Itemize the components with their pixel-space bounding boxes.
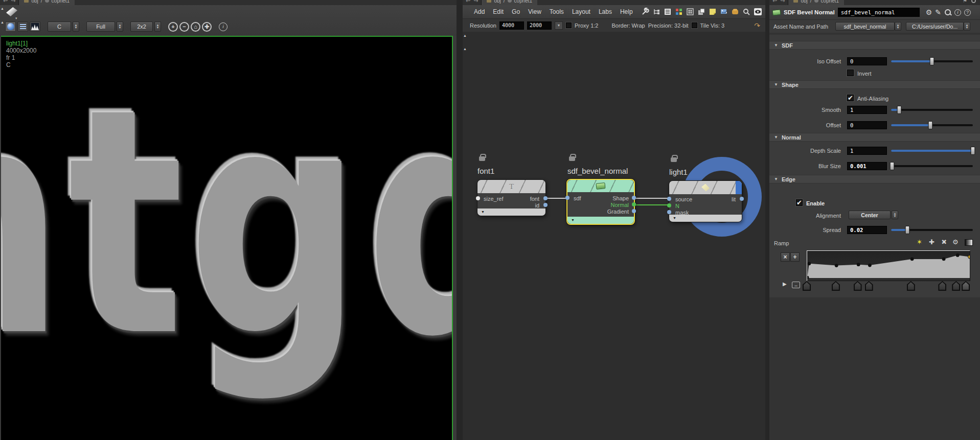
ramp-key-marker[interactable] xyxy=(832,281,840,291)
ramp-key-marker[interactable] xyxy=(938,281,946,291)
back-arrow-icon[interactable]: ↩ xyxy=(772,0,777,4)
list-view-icon[interactable] xyxy=(664,8,672,16)
node-expand-icon[interactable]: ▼ xyxy=(673,216,676,220)
output-port-dot[interactable] xyxy=(632,196,636,200)
node-footer[interactable]: ▼ xyxy=(477,209,545,216)
pane-stow-icon[interactable]: ▲ xyxy=(1,20,4,24)
node-title[interactable]: font1 xyxy=(477,167,494,175)
output-port-dot[interactable] xyxy=(740,197,744,201)
sticky-note-icon[interactable] xyxy=(709,8,717,16)
resolution-select[interactable]: Full xyxy=(86,21,115,32)
output-port-label[interactable]: font xyxy=(530,196,539,202)
output-port-label[interactable]: Shape xyxy=(612,195,629,201)
input-port-dot[interactable] xyxy=(667,197,671,201)
iso-offset-slider[interactable] xyxy=(891,60,973,62)
input-port-dot[interactable] xyxy=(667,203,671,207)
ramp-gear-icon[interactable]: ⚙ xyxy=(952,238,959,246)
smooth-field[interactable]: 1 xyxy=(847,106,887,114)
pane-stow-icon[interactable]: ▲ xyxy=(463,47,467,51)
output-port-label[interactable]: Normal xyxy=(611,202,629,208)
output-port-dot[interactable] xyxy=(543,196,548,200)
path-node[interactable]: copnet1 xyxy=(821,0,839,4)
home-view-button[interactable]: ⌂ xyxy=(191,22,200,32)
channels-toggle-button[interactable] xyxy=(17,21,28,32)
zoom-in-button[interactable]: + xyxy=(168,22,178,32)
back-arrow-icon[interactable]: ↩ xyxy=(3,0,8,4)
ramp-key-marker[interactable] xyxy=(952,281,960,291)
resolution-select-spinner[interactable]: ▲▼ xyxy=(117,21,123,32)
background-image-icon[interactable] xyxy=(720,8,728,16)
path-context[interactable]: obj xyxy=(801,0,807,4)
spread-slider[interactable] xyxy=(891,229,973,231)
output-port-dot[interactable] xyxy=(632,209,636,213)
input-port-dot[interactable] xyxy=(476,196,480,200)
alignment-select[interactable]: Center xyxy=(849,211,891,219)
ramp-key-marker[interactable] xyxy=(907,281,915,291)
pane-stow-icon[interactable]: ▲ xyxy=(1,7,4,10)
output-port-label[interactable]: Gradient xyxy=(607,209,629,215)
ramp-gradient-preview-icon[interactable] xyxy=(965,239,973,246)
node-header[interactable]: T xyxy=(477,180,545,193)
menu-layout[interactable]: Layout xyxy=(568,8,595,15)
pin-icon[interactable]: ⚑ xyxy=(963,0,967,4)
node-header[interactable] xyxy=(567,180,634,192)
tree-view-icon[interactable] xyxy=(652,8,660,16)
spread-field[interactable]: 0.02 xyxy=(847,226,887,234)
offset-field[interactable]: 0 xyxy=(847,121,887,129)
ramp-key-marker[interactable] xyxy=(865,281,873,291)
input-port-dot[interactable] xyxy=(667,210,671,214)
asset-path-select[interactable]: C:/Users/user/Do... xyxy=(906,22,964,31)
node-footer[interactable]: ▼ xyxy=(669,215,742,222)
pixel-zoom-select-spinner[interactable]: ▲▼ xyxy=(154,21,161,32)
brush-dropdown-arrow-icon[interactable]: ▾ xyxy=(15,16,17,20)
slider-handle[interactable] xyxy=(905,226,910,234)
ramp-play-icon[interactable]: ▶ xyxy=(783,281,787,287)
node-header[interactable] xyxy=(669,181,742,194)
offset-slider[interactable] xyxy=(891,124,973,126)
brush-icon[interactable]: ✎ xyxy=(935,9,941,16)
smooth-slider[interactable] xyxy=(891,109,973,111)
gear-menu-icon[interactable]: ⚙ xyxy=(926,9,932,16)
output-port-dot[interactable] xyxy=(632,202,636,206)
path-node[interactable]: copnet1 xyxy=(514,0,533,4)
pane-stow-icon[interactable]: ▲ xyxy=(463,34,467,37)
info-icon[interactable]: i xyxy=(954,9,961,16)
asset-name-spinner[interactable]: ▲▼ xyxy=(895,22,901,31)
asset-path-spinner[interactable]: ▲▼ xyxy=(964,22,970,31)
invert-checkbox[interactable] xyxy=(847,70,854,76)
plane-select-spinner[interactable]: ▲▼ xyxy=(73,21,79,32)
pixel-zoom-select[interactable]: 2x2 xyxy=(130,21,153,32)
ramp-add-key-button[interactable]: + xyxy=(790,252,800,262)
slider-handle[interactable] xyxy=(930,57,935,65)
slider-handle[interactable] xyxy=(890,162,894,170)
node-expand-icon[interactable]: ▼ xyxy=(481,210,485,214)
proxy-checkbox[interactable] xyxy=(566,22,572,28)
tile-vis-checkbox[interactable] xyxy=(692,22,697,28)
slider-handle[interactable] xyxy=(928,121,932,129)
forward-arrow-icon[interactable]: ↪ xyxy=(11,0,15,4)
ramp-key-marker[interactable] xyxy=(803,281,811,291)
ramp-fit-icon[interactable]: ↔ xyxy=(792,282,800,288)
section-normal[interactable]: ▼Normal xyxy=(769,133,980,142)
path-tab[interactable]: obj / copnet1 xyxy=(788,0,844,5)
output-port-label[interactable]: id xyxy=(535,202,539,209)
resolution-x-field[interactable]: 4000 xyxy=(499,21,524,30)
node-expand-icon[interactable]: ▼ xyxy=(571,218,575,222)
color-palette-icon[interactable] xyxy=(675,8,683,16)
node-title[interactable]: light1 xyxy=(669,168,688,176)
enable-checkbox[interactable]: ✔ xyxy=(796,199,803,206)
ramp-move-keys-icon[interactable]: ✚ xyxy=(929,238,935,246)
menu-help[interactable]: Help xyxy=(616,8,637,15)
visibility-eye-icon[interactable] xyxy=(754,8,762,16)
zoom-out-button[interactable]: − xyxy=(179,22,189,32)
menu-go[interactable]: Go xyxy=(508,8,524,15)
path-tab[interactable]: obj / copnet1 xyxy=(481,0,537,5)
ramp-delete-key-button[interactable]: × xyxy=(781,252,790,262)
ramp-slide-keys-icon[interactable]: ✚ xyxy=(939,237,948,246)
menu-labs[interactable]: Labs xyxy=(595,8,616,15)
forward-arrow-icon[interactable]: ↪ xyxy=(473,0,478,4)
display-options-brush-icon[interactable] xyxy=(6,7,17,16)
depth-scale-slider[interactable] xyxy=(891,150,973,152)
image-viewport[interactable]: ntgdv light1[1] 4000x2000 fr 1 C xyxy=(1,36,453,440)
path-context[interactable]: obj xyxy=(494,0,500,4)
